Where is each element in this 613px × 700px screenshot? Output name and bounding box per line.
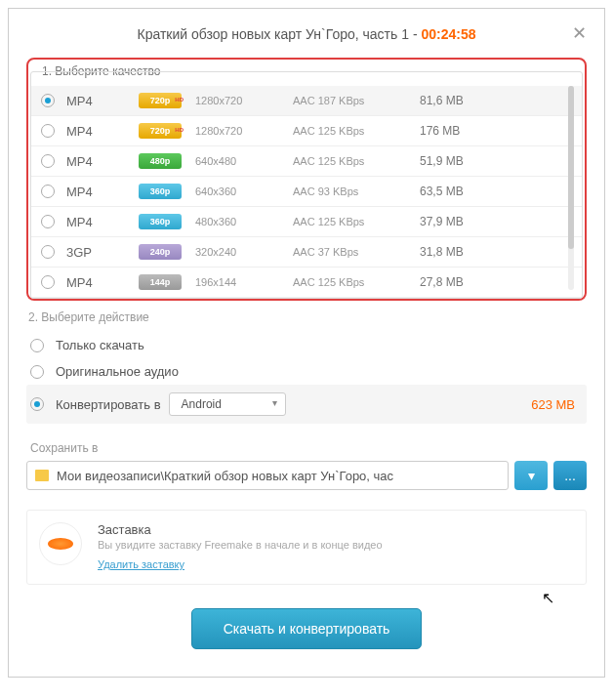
format-label: MP4 (66, 275, 115, 290)
convert-size: 623 MB (531, 397, 575, 412)
quality-badge: 480p (139, 153, 182, 169)
radio-download-only[interactable] (30, 339, 44, 352)
action-section: 2. Выберите действие Только скачать Ориг… (26, 310, 587, 424)
resolution-label: 196x144 (195, 276, 293, 288)
action-section-title: 2. Выберите действие (28, 310, 585, 324)
quality-row[interactable]: MP4720p1280x720AAC 187 KBps81,6 MB (31, 86, 582, 116)
audio-label: AAC 93 KBps (293, 185, 420, 197)
quality-radio[interactable] (41, 154, 55, 168)
quality-badge: 144p (139, 274, 182, 290)
size-label: 81,6 MB (420, 94, 498, 107)
browse-dots: ... (564, 468, 576, 483)
action-label: Оригинальное аудио (56, 364, 179, 379)
dialog-title: Краткий обзор новых карт Ун`Горо, часть … (137, 26, 475, 42)
quality-badge: 240p (139, 244, 182, 260)
folder-icon (35, 470, 49, 481)
quality-section-highlight: 1. Выберите качество MP4720p1280x720AAC … (26, 58, 587, 301)
close-button[interactable]: ✕ (569, 24, 589, 44)
quality-row[interactable]: 3GP240p320x240AAC 37 KBps31,8 MB (31, 237, 582, 268)
quality-radio[interactable] (41, 94, 55, 107)
resolution-label: 1280x720 (195, 95, 293, 106)
quality-row[interactable]: MP4480p640x480AAC 125 KBps51,9 MB (31, 146, 582, 177)
save-path-text: Мои видеозаписи\Краткий обзор новых карт… (57, 469, 393, 483)
quality-radio[interactable] (41, 275, 55, 289)
format-label: MP4 (66, 94, 115, 108)
path-dropdown-button[interactable]: ▾ (514, 461, 548, 490)
quality-row[interactable]: MP4720p1280x720AAC 125 KBps176 MB (31, 116, 582, 146)
radio-original-audio[interactable] (30, 365, 44, 379)
download-convert-button[interactable]: Скачать и конвертировать (191, 608, 423, 649)
quality-badge: 720p (139, 123, 182, 139)
save-path-box[interactable]: Мои видеозаписи\Краткий обзор новых карт… (26, 461, 509, 490)
quality-radio[interactable] (41, 215, 55, 228)
format-label: MP4 (66, 185, 115, 199)
save-label: Сохранить в (30, 441, 587, 455)
resolution-label: 320x240 (195, 246, 293, 258)
quality-radio[interactable] (41, 245, 55, 259)
audio-label: AAC 125 KBps (293, 125, 420, 137)
quality-scrollbar[interactable] (568, 86, 574, 290)
quality-radio[interactable] (41, 124, 55, 138)
resolution-label: 640x480 (195, 155, 293, 167)
quality-badge: 360p (139, 214, 182, 229)
promo-box: Заставка Вы увидите заставку Freemake в … (26, 510, 587, 585)
browse-button[interactable]: ... (553, 461, 587, 490)
size-label: 176 MB (420, 124, 498, 138)
size-label: 63,5 MB (420, 185, 498, 198)
download-dialog: Краткий обзор новых карт Ун`Горо, часть … (9, 9, 604, 677)
quality-badge: 720p (139, 93, 182, 108)
action-convert[interactable]: Конвертировать в Android 623 MB (26, 385, 587, 424)
save-section: Сохранить в Мои видеозаписи\Краткий обзо… (26, 441, 587, 490)
format-label: MP4 (66, 154, 115, 169)
dropdown-value: Android (182, 397, 222, 411)
convert-target-dropdown[interactable]: Android (169, 392, 286, 416)
resolution-label: 480x360 (195, 216, 293, 227)
promo-remove-link[interactable]: Удалить заставку (98, 558, 184, 570)
resolution-label: 640x360 (195, 185, 293, 197)
audio-label: AAC 125 KBps (293, 216, 420, 227)
quality-radio[interactable] (41, 185, 55, 198)
quality-section: 1. Выберите качество MP4720p1280x720AAC … (30, 62, 583, 299)
format-label: MP4 (66, 215, 115, 229)
action-original-audio[interactable]: Оригинальное аудио (26, 358, 587, 385)
audio-label: AAC 125 KBps (293, 276, 420, 288)
radio-convert[interactable] (30, 397, 44, 411)
action-label: Конвертировать в (56, 397, 161, 412)
quality-row[interactable]: MP4360p480x360AAC 125 KBps37,9 MB (31, 207, 582, 237)
quality-badge: 360p (139, 184, 182, 199)
scrollbar-thumb[interactable] (568, 86, 574, 249)
action-download-only[interactable]: Только скачать (26, 332, 587, 358)
size-label: 27,8 MB (420, 275, 498, 289)
resolution-label: 1280x720 (195, 125, 293, 137)
quality-row[interactable]: MP4144p196x144AAC 125 KBps27,8 MB (31, 268, 582, 298)
title-text: Краткий обзор новых карт Ун`Горо, часть … (137, 26, 421, 42)
promo-desc: Вы увидите заставку Freemake в начале и … (98, 539, 574, 551)
promo-icon (39, 522, 82, 565)
size-label: 51,9 MB (420, 154, 498, 168)
audio-label: AAC 187 KBps (293, 95, 420, 106)
audio-label: AAC 37 KBps (293, 246, 420, 258)
title-duration: 00:24:58 (421, 26, 475, 42)
audio-label: AAC 125 KBps (293, 155, 420, 167)
format-label: 3GP (66, 245, 115, 260)
format-label: MP4 (66, 124, 115, 139)
size-label: 31,8 MB (420, 245, 498, 259)
dialog-header: Краткий обзор новых карт Ун`Горо, часть … (9, 9, 604, 58)
quality-list: MP4720p1280x720AAC 187 KBps81,6 MBMP4720… (30, 71, 583, 299)
action-label: Только скачать (56, 338, 144, 352)
promo-title: Заставка (98, 522, 574, 537)
size-label: 37,9 MB (420, 215, 498, 228)
quality-row[interactable]: MP4360p640x360AAC 93 KBps63,5 MB (31, 177, 582, 207)
